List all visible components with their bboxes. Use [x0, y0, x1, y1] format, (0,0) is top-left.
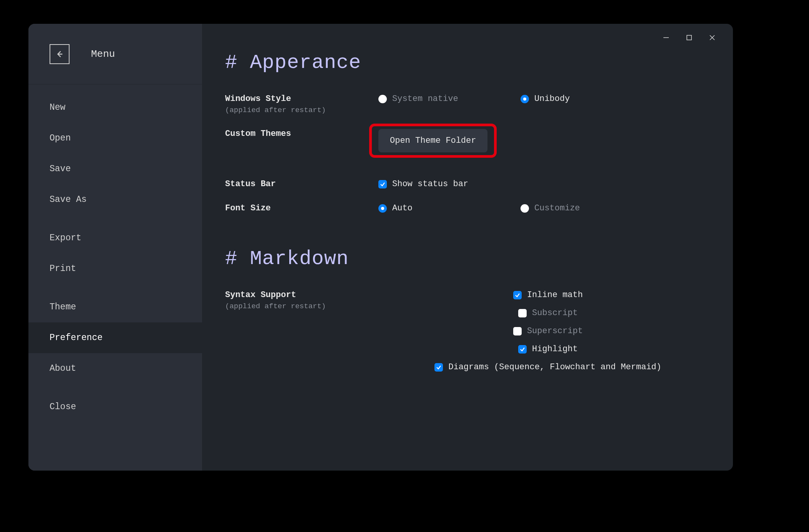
sidebar-item-save[interactable]: Save: [28, 154, 202, 184]
sidebar-item-open[interactable]: Open: [28, 123, 202, 154]
window-controls: [655, 30, 724, 45]
sidebar-item-label: Close: [50, 402, 76, 412]
sidebar-item-label: Print: [50, 264, 76, 274]
sidebar-item-print[interactable]: Print: [28, 253, 202, 284]
setting-hint: (applied after restart): [225, 106, 378, 114]
radio-system-native[interactable]: System native: [378, 94, 521, 104]
setting-label: Syntax Support: [225, 290, 378, 300]
checkbox-label: Inline math: [527, 290, 583, 300]
radio-icon: [521, 95, 529, 103]
sidebar-title: Menu: [91, 48, 115, 60]
back-button[interactable]: [50, 44, 70, 64]
radio-icon: [378, 204, 387, 213]
sidebar-item-theme[interactable]: Theme: [28, 292, 202, 322]
checkbox-label: Subscript: [532, 308, 578, 318]
radio-label: Customize: [534, 203, 580, 213]
checkbox-label: Diagrams (Sequence, Flowchart and Mermai…: [448, 362, 661, 372]
sidebar-item-save-as[interactable]: Save As: [28, 184, 202, 215]
sidebar-item-label: Theme: [50, 302, 76, 312]
checkbox-subscript[interactable]: [518, 309, 527, 317]
arrow-left-icon: [55, 50, 64, 58]
sidebar-header: Menu: [28, 24, 202, 84]
sidebar-item-about[interactable]: About: [28, 353, 202, 384]
setting-label: Status Bar: [225, 179, 378, 189]
app-window: Menu New Open Save Save As Export Print …: [28, 24, 733, 471]
sidebar-item-label: Save: [50, 164, 71, 174]
sidebar-item-label: Export: [50, 233, 81, 243]
radio-icon: [521, 204, 529, 213]
check-icon: [380, 182, 385, 187]
radio-unibody[interactable]: Unibody: [521, 94, 570, 104]
sidebar-item-export[interactable]: Export: [28, 223, 202, 253]
setting-label: Custom Themes: [225, 129, 378, 139]
checkbox-label: Superscript: [527, 326, 583, 336]
close-button[interactable]: [701, 30, 724, 45]
setting-label: Font Size: [225, 203, 378, 213]
checkbox-label: Show status bar: [392, 179, 468, 189]
check-icon: [520, 347, 525, 352]
radio-label: Unibody: [534, 94, 570, 104]
radio-label: System native: [392, 94, 458, 104]
setting-windows-style: Windows Style (applied after restart) Sy…: [225, 94, 718, 114]
setting-hint: (applied after restart): [225, 302, 378, 311]
checkbox-diagrams[interactable]: [434, 363, 443, 372]
radio-font-auto[interactable]: Auto: [378, 203, 521, 213]
maximize-icon: [686, 34, 693, 41]
minimize-icon: [663, 34, 670, 41]
sidebar-item-label: Open: [50, 133, 71, 143]
setting-font-size: Font Size Auto Customize: [225, 203, 718, 213]
setting-label: Windows Style: [225, 94, 378, 104]
sidebar-item-label: Preference: [50, 333, 103, 343]
setting-custom-themes: Custom Themes Open Theme Folder: [225, 129, 718, 152]
checkbox-superscript[interactable]: [513, 327, 522, 335]
checkbox-inline-math[interactable]: [513, 291, 522, 299]
open-theme-folder-button[interactable]: Open Theme Folder: [378, 129, 487, 152]
sidebar-item-new[interactable]: New: [28, 92, 202, 123]
sidebar: Menu New Open Save Save As Export Print …: [28, 24, 202, 471]
check-icon: [515, 292, 520, 298]
close-icon: [709, 34, 716, 41]
checkbox-highlight[interactable]: [518, 345, 527, 354]
radio-icon: [378, 95, 387, 103]
checkbox-label: Highlight: [532, 344, 578, 354]
sidebar-item-label: Save As: [50, 195, 87, 205]
sidebar-item-close[interactable]: Close: [28, 392, 202, 422]
content-area: # Apperance Windows Style (applied after…: [202, 24, 733, 471]
setting-status-bar: Status Bar Show status bar: [225, 179, 718, 189]
minimize-button[interactable]: [655, 30, 678, 45]
sidebar-item-label: About: [50, 363, 76, 373]
radio-font-customize[interactable]: Customize: [521, 203, 580, 213]
svg-rect-1: [687, 35, 691, 40]
checkbox-status-bar[interactable]: [378, 180, 387, 188]
section-title-appearance: # Apperance: [225, 51, 718, 74]
maximize-button[interactable]: [678, 30, 701, 45]
sidebar-item-label: New: [50, 102, 65, 112]
sidebar-list: New Open Save Save As Export Print Theme…: [28, 84, 202, 422]
radio-label: Auto: [392, 203, 413, 213]
sidebar-item-preference[interactable]: Preference: [28, 322, 202, 353]
section-title-markdown: # Markdown: [225, 248, 718, 270]
check-icon: [436, 365, 441, 370]
setting-syntax-support: Syntax Support (applied after restart) I…: [225, 290, 718, 380]
